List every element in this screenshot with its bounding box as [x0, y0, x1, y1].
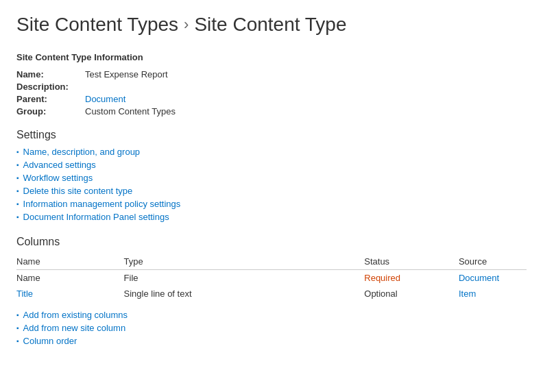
info-value-name: Test Expense Report [85, 69, 168, 79]
info-label-group: Group: [16, 106, 85, 117]
info-row-description: Description: [16, 82, 527, 92]
col-status-name: Required [364, 270, 459, 286]
settings-link-name-desc[interactable]: Name, description, and group [23, 147, 141, 157]
info-value-group: Custom Content Types [85, 106, 176, 117]
settings-list: Name, description, and group Advanced se… [16, 147, 527, 222]
settings-link-info-policy[interactable]: Information management policy settings [23, 199, 181, 209]
columns-section: Columns Name Type Status Source Name Fil… [16, 236, 527, 346]
page-title: Site Content Types › Site Content Type [16, 14, 527, 36]
settings-item-workflow: Workflow settings [16, 173, 527, 183]
title-column-link[interactable]: Title [16, 289, 33, 299]
col-name-title: Title [16, 286, 124, 302]
table-row: Title Single line of text Optional Item [16, 286, 527, 302]
breadcrumb-parent: Site Content Types [16, 14, 178, 36]
info-row-parent: Parent: Document [16, 94, 527, 104]
info-row-name: Name: Test Expense Report [16, 69, 527, 79]
settings-link-workflow[interactable]: Workflow settings [23, 173, 93, 183]
columns-header-row: Name Type Status Source [16, 254, 527, 270]
col-header-type: Type [124, 254, 365, 270]
col-type-title: Single line of text [124, 286, 365, 302]
source-link-item[interactable]: Item [459, 289, 476, 299]
table-row: Name File Required Document [16, 270, 527, 286]
info-label-name: Name: [16, 69, 85, 79]
action-add-new: Add from new site column [16, 323, 527, 333]
col-header-status: Status [364, 254, 459, 270]
settings-item-delete: Delete this site content type [16, 186, 527, 196]
breadcrumb-separator: › [184, 16, 189, 34]
info-label-parent: Parent: [16, 94, 85, 104]
parent-link[interactable]: Document [85, 94, 125, 104]
columns-title: Columns [16, 236, 527, 248]
col-source-name: Document [459, 270, 527, 286]
col-status-title: Optional [364, 286, 459, 302]
column-order-link[interactable]: Column order [23, 336, 77, 346]
info-section-header: Site Content Type Information [16, 52, 527, 62]
add-new-link[interactable]: Add from new site column [23, 323, 126, 333]
action-add-existing: Add from existing columns [16, 310, 527, 320]
settings-item-advanced: Advanced settings [16, 160, 527, 170]
col-header-source: Source [459, 254, 527, 270]
columns-actions-list: Add from existing columns Add from new s… [16, 310, 527, 346]
settings-item-doc-panel: Document Information Panel settings [16, 212, 527, 222]
settings-link-advanced[interactable]: Advanced settings [23, 160, 96, 170]
columns-table: Name Type Status Source Name File Requir… [16, 254, 527, 302]
settings-link-delete[interactable]: Delete this site content type [23, 186, 133, 196]
col-source-title: Item [459, 286, 527, 302]
settings-link-doc-panel[interactable]: Document Information Panel settings [23, 212, 169, 222]
col-header-name: Name [16, 254, 124, 270]
settings-item-name-desc: Name, description, and group [16, 147, 527, 157]
action-column-order: Column order [16, 336, 527, 346]
col-type-name: File [124, 270, 365, 286]
breadcrumb-current: Site Content Type [194, 14, 346, 36]
info-row-group: Group: Custom Content Types [16, 106, 527, 117]
settings-section: Settings Name, description, and group Ad… [16, 129, 527, 222]
settings-title: Settings [16, 129, 527, 141]
settings-item-info-policy: Information management policy settings [16, 199, 527, 209]
info-value-parent: Document [85, 94, 125, 104]
info-section: Site Content Type Information Name: Test… [16, 52, 527, 117]
add-existing-link[interactable]: Add from existing columns [23, 310, 128, 320]
info-label-description: Description: [16, 82, 85, 92]
col-name-name: Name [16, 270, 124, 286]
source-link-document[interactable]: Document [459, 273, 499, 283]
